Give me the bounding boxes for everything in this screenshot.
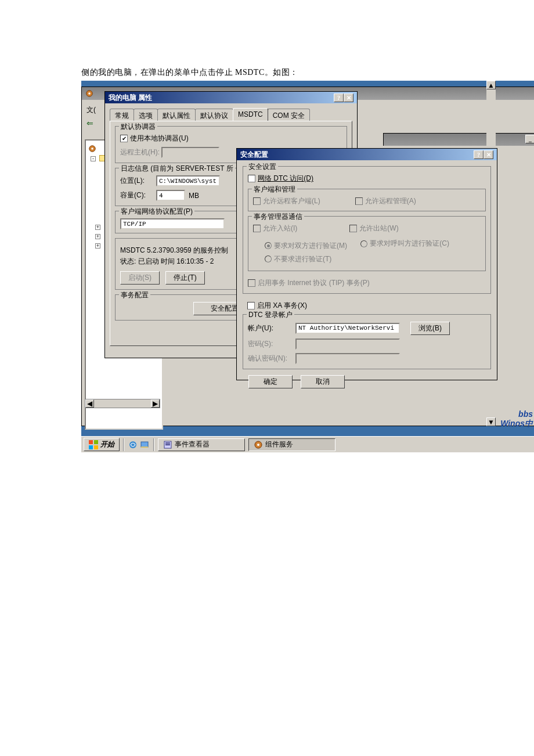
help-button[interactable]: ?	[334, 93, 344, 102]
back-arrow-icon[interactable]: ⇐	[86, 118, 93, 128]
watermark-text: bbs Winos中	[500, 409, 533, 429]
location-label: 位置(L):	[120, 176, 153, 186]
desktop-icon[interactable]	[139, 440, 150, 450]
taskbar-component-services[interactable]: 组件服务	[248, 438, 335, 451]
taskbar-event-viewer[interactable]: 事件查看器	[158, 438, 245, 451]
password-label: 密码(S):	[248, 339, 292, 349]
cancel-button[interactable]: 取消	[301, 375, 345, 388]
ie-icon[interactable]	[128, 440, 138, 450]
auth-caller-radio: 要求对呼叫方进行验证(C)	[360, 239, 449, 249]
location-input[interactable]	[156, 175, 220, 186]
scroll-left-icon[interactable]: ◀	[85, 399, 94, 408]
security-config-dialog: 安全配置 ? ✕ 安全设置 网络 DTC 访问(D) 客户端和管理	[236, 148, 497, 380]
confirm-password-input	[295, 353, 400, 364]
group-title: 默认协调器	[119, 122, 157, 132]
allow-inbound-checkbox: 允许入站(I)	[253, 224, 297, 233]
start-button: 启动(S)	[120, 271, 160, 285]
auth-none-radio: 不要求进行验证(T)	[265, 254, 331, 264]
group-title: 事务配置	[119, 290, 150, 300]
client-protocol-input[interactable]	[120, 218, 225, 229]
scroll-right-icon[interactable]: ▶	[151, 399, 160, 408]
checkbox-icon	[248, 175, 255, 182]
tab-default-properties[interactable]: 默认属性	[157, 109, 196, 121]
help-button[interactable]: ?	[474, 150, 484, 159]
group-title: 客户端网络协议配置(P)	[119, 207, 194, 217]
checkbox-label: 使用本地协调器(U)	[130, 134, 189, 143]
browse-button[interactable]: 浏览(B)	[410, 322, 450, 335]
checkbox-icon	[247, 302, 255, 309]
taskbar: 开始 事件查看器 组件服务	[81, 436, 534, 452]
dialog-title: 我的电脑 属性	[109, 93, 152, 103]
checkbox-icon	[253, 225, 261, 232]
horizontal-scrollbar[interactable]: ◀ ▶	[85, 399, 160, 408]
checkbox-icon	[349, 225, 357, 232]
allow-outbound-checkbox: 允许出站(W)	[349, 224, 398, 233]
radio-icon	[265, 255, 272, 262]
close-button[interactable]: ✕	[484, 150, 493, 159]
tree-expand-icon[interactable]: +	[95, 234, 100, 239]
tab-com-security[interactable]: COM 安全	[268, 109, 310, 121]
quick-launch	[128, 440, 150, 450]
doc-instruction-text: 侧的我的电脑，在弹出的菜单中点击停止 MSDTC。如图：	[81, 67, 298, 78]
bg-menu-file[interactable]: 文(	[86, 105, 96, 115]
radio-icon	[360, 240, 367, 247]
enable-tip-checkbox: 启用事务 Internet 协议 (TIP) 事务(P)	[248, 278, 370, 288]
gear-icon	[254, 440, 263, 449]
tab-default-protocols[interactable]: 默认协议	[195, 109, 233, 121]
dialog-title: 安全配置	[240, 150, 268, 160]
checkbox-label: 网络 DTC 访问(D)	[258, 174, 313, 183]
stop-button[interactable]: 停止(T)	[165, 271, 205, 285]
scroll-down-icon[interactable]: ▼	[486, 417, 496, 426]
checkbox-icon	[355, 197, 363, 205]
svg-rect-9	[165, 444, 170, 445]
svg-rect-6	[141, 447, 148, 448]
capacity-unit: MB	[189, 192, 199, 200]
enable-xa-checkbox[interactable]: 启用 XA 事务(X)	[247, 301, 307, 311]
capacity-input[interactable]	[156, 190, 185, 201]
security-titlebar[interactable]: 安全配置 ? ✕	[237, 149, 497, 160]
svg-point-3	[91, 147, 93, 150]
use-local-coordinator-checkbox[interactable]: ✔ 使用本地协调器(U)	[120, 134, 189, 143]
checkbox-label: 允许出站(W)	[359, 224, 398, 233]
checkbox-label: 允许入站(I)	[263, 224, 297, 233]
event-viewer-icon	[163, 440, 172, 449]
start-button[interactable]: 开始	[84, 438, 120, 451]
tab-msdtc[interactable]: MSDTC	[233, 108, 268, 121]
ok-button[interactable]: 确定	[248, 375, 293, 388]
gear-icon	[88, 145, 96, 153]
tree-expand-icon[interactable]: +	[95, 225, 100, 230]
account-input[interactable]	[295, 323, 400, 334]
radio-label: 要求对呼叫方进行验证(C)	[370, 239, 449, 249]
scroll-up-icon[interactable]: ▲	[486, 81, 496, 89]
group-title: 事务管理器通信	[252, 212, 304, 222]
radio-icon	[265, 242, 272, 249]
inner-inactive-titlebar[interactable]: _ □ ✕	[383, 133, 534, 146]
checkbox-label: 允许远程管理(A)	[365, 196, 416, 206]
task-label: 组件服务	[265, 440, 293, 449]
properties-titlebar[interactable]: 我的电脑 属性 ? ✕	[105, 92, 357, 103]
security-settings-group: 安全设置 网络 DTC 访问(D) 客户端和管理 允许远程客户端(L)	[243, 166, 491, 294]
client-admin-group: 客户端和管理 允许远程客户端(L) 允许远程管理(A)	[248, 189, 486, 211]
account-label: 帐户(U):	[248, 323, 292, 333]
network-dtc-access-checkbox[interactable]: 网络 DTC 访问(D)	[248, 174, 313, 183]
windows-logo-icon	[89, 440, 98, 449]
close-button[interactable]: ✕	[344, 93, 353, 102]
group-title: DTC 登录帐户	[247, 310, 294, 320]
checkbox-icon: ✔	[120, 135, 128, 142]
tree-collapse-icon[interactable]: -	[91, 156, 96, 161]
checkbox-icon	[248, 279, 255, 287]
tree-expand-icon[interactable]: +	[95, 243, 100, 249]
dtc-logon-account-group: DTC 登录帐户 帐户(U): 浏览(B) 密码(S): 确认密码(N):	[243, 314, 491, 369]
tab-options[interactable]: 选项	[134, 109, 158, 121]
password-input	[295, 339, 400, 350]
taskbar-separator	[123, 438, 124, 451]
checkbox-label: 启用事务 Internet 协议 (TIP) 事务(P)	[258, 278, 370, 288]
group-title: 日志信息 (目前为 SERVER-TEST 所	[119, 164, 235, 174]
tab-general[interactable]: 常规	[110, 109, 134, 121]
auth-mutual-radio: 要求对双方进行验证(M)	[265, 241, 347, 251]
radio-label: 不要求进行验证(T)	[274, 254, 331, 264]
radio-label: 要求对双方进行验证(M)	[274, 241, 347, 251]
minimize-button[interactable]: _	[525, 135, 534, 143]
taskbar-separator	[153, 438, 154, 451]
confirm-password-label: 确认密码(N):	[248, 354, 292, 363]
